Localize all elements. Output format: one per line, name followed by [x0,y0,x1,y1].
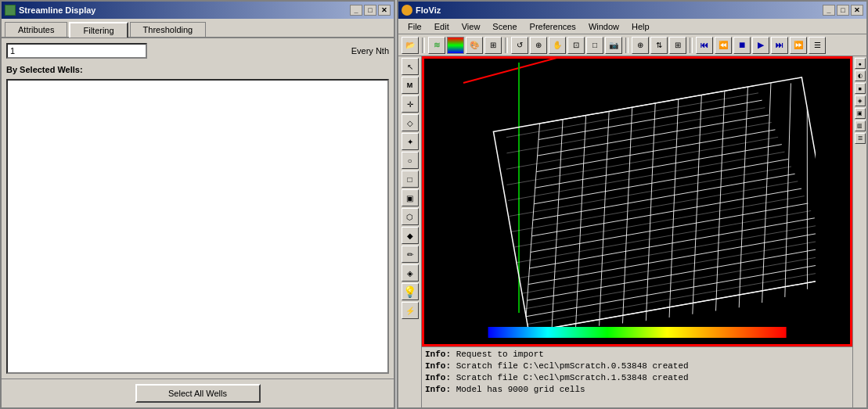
tb-skip-back-btn[interactable]: ⏮ [696,37,713,54]
menu-file[interactable]: File [402,20,428,33]
tb-zoom-btn[interactable]: ⊕ [530,37,547,54]
tb-pan-btn[interactable]: ✋ [549,37,566,54]
tb-sort-btn[interactable]: ⇅ [650,37,668,54]
circle-tool-btn[interactable]: ○ [402,152,419,169]
tb-palette-btn[interactable]: 🎨 [466,37,483,54]
close-button[interactable]: ✕ [378,5,391,16]
streamline-display-window: Streamline Display _ □ ✕ Attributes Filt… [0,0,395,409]
svg-line-39 [522,240,816,293]
tb-back-btn[interactable]: ⏪ [715,37,732,54]
right-side-panel: ● ◐ ■ ◈ ▣ ▥ ☰ [852,56,866,407]
cursor-tool-btn[interactable]: ↖ [402,58,419,75]
tb-color-btn[interactable] [447,37,464,54]
menu-window[interactable]: Window [582,20,625,33]
tab-filtering[interactable]: Filtering [69,22,128,38]
svg-line-32 [507,137,779,185]
tab-attributes[interactable]: Attributes [5,22,67,37]
tb-fwd-btn[interactable]: ⏩ [790,37,807,54]
tb-stream-btn[interactable]: ≋ [428,37,445,54]
svg-line-17 [563,111,646,325]
gem-tool-btn[interactable]: ◆ [402,227,419,244]
tb-sep4 [690,38,693,53]
rsp-btn4[interactable]: ◈ [855,95,866,106]
tb-axes-btn[interactable]: ⊕ [632,37,649,54]
rsp-btn1[interactable]: ● [855,58,866,69]
tb-select-btn[interactable]: ⊡ [567,37,585,54]
tb-open-btn[interactable]: 📂 [402,37,419,54]
svg-line-23 [701,87,785,307]
rsp-btn6[interactable]: ▥ [855,120,866,131]
tabs-row: Attributes Filtering Thresholding [2,19,394,38]
diamond-tool-btn[interactable]: ◇ [402,114,419,131]
menu-edit[interactable]: Edit [428,20,456,33]
tb-menu-btn[interactable]: ☰ [809,37,826,54]
tb-skip-fwd-btn[interactable]: ⏭ [771,37,788,54]
floviz-icon [402,5,412,16]
maximize-button[interactable]: □ [364,5,376,16]
minimize-button[interactable]: _ [350,5,362,16]
floviz-controls: _ □ ✕ [823,5,863,16]
menu-view[interactable]: View [456,20,487,33]
tb-stop-btn[interactable]: ⏹ [733,37,751,54]
floviz-close-button[interactable]: ✕ [851,5,863,16]
3d-grid-svg [487,66,816,346]
floviz-minimize-button[interactable]: _ [823,5,835,16]
side-m-btn[interactable]: M [402,77,419,94]
svg-line-34 [510,167,791,217]
menu-preferences[interactable]: Preferences [524,20,582,33]
pencil-tool-btn[interactable]: ✏ [402,246,419,263]
floviz-maximize-button[interactable]: □ [837,5,849,16]
viewport-wrapper: Info: Request to import Info: Scratch fi… [422,56,866,407]
title-bar-controls: _ □ ✕ [350,5,391,16]
gem2-tool-btn[interactable]: ◈ [402,264,419,282]
cube-tool-btn[interactable]: ▣ [402,189,419,206]
tb-sep3 [625,38,628,53]
wells-listbox[interactable] [6,79,389,374]
svg-line-35 [511,181,798,232]
crosshair-tool-btn[interactable]: ✛ [402,95,419,113]
log-label-0: Info: [425,350,451,359]
tb-screenshot-btn[interactable]: 📷 [605,37,622,54]
select-all-wells-button[interactable]: Select All Wells [135,384,261,403]
rsp-btn3[interactable]: ■ [855,83,866,94]
svg-line-29 [506,93,758,138]
svg-line-9 [529,218,814,268]
svg-line-22 [679,91,762,310]
tb-grid-btn[interactable]: ⊞ [484,37,502,54]
left-window-title: Streamline Display [19,5,95,15]
light-tool-btn[interactable]: 💡 [402,283,419,300]
bulb-tool-btn[interactable]: ⚡ [402,302,419,319]
every-nth-input[interactable] [6,43,147,59]
svg-line-31 [506,122,772,169]
by-selected-wells-label: By Selected Wells: [6,65,389,74]
rsp-btn5[interactable]: ▣ [855,108,866,119]
menu-help[interactable]: Help [625,20,656,33]
menu-scene[interactable]: Scene [486,20,523,33]
star-tool-btn[interactable]: ✦ [402,133,419,150]
svg-line-33 [508,152,785,200]
svg-line-8 [531,203,809,253]
log-text-2: Scratch file C:\ecl\pmScratch.1.53848 cr… [456,373,689,382]
box-tool-btn[interactable]: □ [402,170,419,188]
3d-viewport[interactable] [422,56,852,346]
svg-line-26 [776,108,816,289]
tab-thresholding[interactable]: Thresholding [130,22,207,37]
log-text-0: Request to import [456,350,544,359]
rsp-btn7[interactable]: ☰ [855,133,866,144]
bottom-row: Select All Wells [2,379,394,407]
content-area: Every Nth By Selected Wells: [2,38,394,379]
cube2-tool-btn[interactable]: ⬡ [402,208,419,225]
tb-sep1 [422,38,425,53]
log-label-3: Info: [425,385,451,394]
svg-line-41 [528,271,816,325]
info-log: Info: Request to import Info: Scratch fi… [422,346,852,407]
log-label-2: Info: [425,373,451,382]
tb-box-btn[interactable]: □ [586,37,603,54]
floviz-window: FloViz _ □ ✕ File Edit View Scene Prefer… [397,0,868,409]
listbox-container [6,77,389,374]
rsp-btn2[interactable]: ◐ [855,70,866,81]
tb-play-btn[interactable]: ▶ [752,37,769,54]
tb-rotate-btn[interactable]: ↺ [511,37,528,54]
log-line-0: Info: Request to import [425,349,849,361]
tb-extra-btn[interactable]: ⊞ [669,37,686,54]
